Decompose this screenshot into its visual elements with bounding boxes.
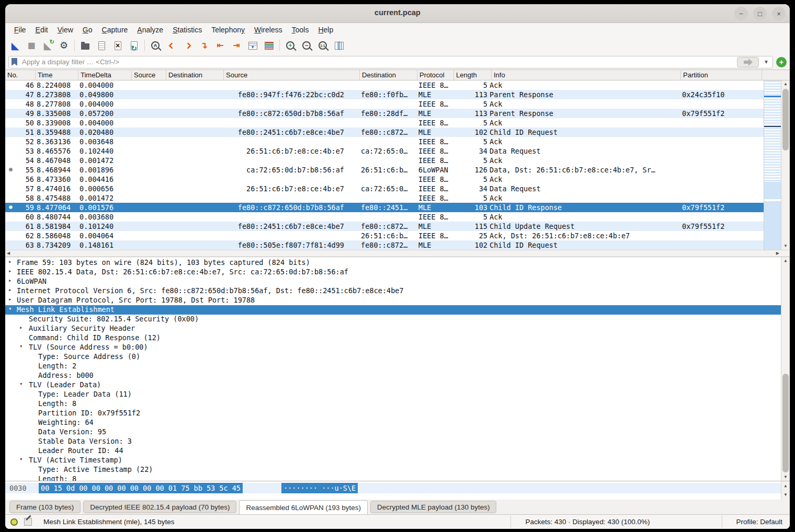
- detail-tree-row[interactable]: Partition ID: 0x79f551f2: [5, 409, 781, 418]
- packet-row[interactable]: 538.4655760.10244026:51:c6:b7:e8:ce:4b:e…: [5, 146, 764, 156]
- filter-dropdown-caret[interactable]: ▼: [764, 59, 769, 65]
- detail-tree-row[interactable]: Security Suite: 802.15.4 Security (0x00): [5, 315, 781, 324]
- detail-tree-row[interactable]: Leader Router ID: 44: [5, 446, 781, 456]
- menu-wireless[interactable]: Wireless: [249, 25, 287, 35]
- packet-row[interactable]: 598.4770640.001576fe80::c872:650d:b7b8:5…: [5, 203, 764, 212]
- scroll-down-icon[interactable]: ▼: [781, 491, 790, 499]
- packet-row[interactable]: 468.2240080.004000IEEE 8…5Ack: [5, 80, 764, 90]
- column-header-dst2[interactable]: Destination: [360, 70, 417, 80]
- byte-tab[interactable]: Decrypted IEEE 802.15.4 payload (70 byte…: [83, 501, 236, 513]
- packet-row[interactable]: 498.3350080.057200fe80::c872:650d:b7b8:5…: [5, 109, 764, 118]
- collapse-icon[interactable]: ▾: [19, 456, 23, 462]
- reload-file-button[interactable]: ↻: [126, 39, 142, 53]
- details-scrollbar[interactable]: ▲ ▼: [781, 257, 790, 481]
- detail-tree-row[interactable]: ▾TLV (Source Address = b0:00): [5, 343, 781, 352]
- collapse-icon[interactable]: ▾: [19, 343, 23, 350]
- capture-options-button[interactable]: ⚙: [56, 39, 72, 53]
- stop-capture-button[interactable]: ■: [24, 39, 39, 53]
- byte-tab[interactable]: Decrypted MLE payload (130 bytes): [370, 501, 496, 513]
- scroll-left-icon[interactable]: ◀: [7, 251, 10, 256]
- save-file-button[interactable]: [94, 39, 109, 53]
- expand-icon[interactable]: ▸: [8, 258, 12, 265]
- hex-scrollbar[interactable]: ▲ ▼: [781, 481, 790, 500]
- go-back-button[interactable]: [164, 39, 179, 53]
- resize-columns-button[interactable]: [331, 39, 347, 53]
- column-header-time[interactable]: Time: [36, 70, 78, 80]
- packet-list-hscrollbar[interactable]: ◀ ▶: [5, 250, 790, 257]
- expand-icon[interactable]: ▸: [19, 324, 23, 331]
- capture-comment-icon[interactable]: [24, 518, 32, 526]
- menu-file[interactable]: File: [9, 25, 31, 35]
- detail-tree-row[interactable]: Address: b000: [5, 371, 781, 380]
- menu-analyze[interactable]: Analyze: [132, 25, 168, 35]
- detail-tree-row[interactable]: ▸Frame 59: 103 bytes on wire (824 bits),…: [5, 258, 781, 268]
- collapse-icon[interactable]: ▾: [8, 305, 12, 312]
- menu-tools[interactable]: Tools: [287, 25, 314, 35]
- detail-tree-row[interactable]: ▸IEEE 802.15.4 Data, Dst: 26:51:c6:b7:e8…: [5, 268, 781, 277]
- find-packet-button[interactable]: A: [147, 39, 163, 53]
- start-capture-button[interactable]: ◣: [7, 39, 23, 53]
- hex-dump-pane[interactable]: 0030 00 15 0d 00 00 00 00 00 00 00 01 75…: [5, 481, 790, 500]
- go-last-packet-button[interactable]: ⇥: [229, 39, 244, 53]
- menu-view[interactable]: View: [53, 25, 78, 35]
- scroll-up-icon[interactable]: ▲: [781, 257, 790, 264]
- column-header-proto[interactable]: Protocol: [417, 70, 454, 80]
- detail-tree-row[interactable]: Type: Source Address (0): [5, 352, 781, 362]
- packet-row[interactable]: 488.2778080.004000IEEE 8…5Ack: [5, 99, 764, 109]
- close-file-button[interactable]: ×: [110, 39, 126, 53]
- close-button[interactable]: ×: [772, 7, 786, 20]
- menu-statistics[interactable]: Statistics: [168, 25, 207, 35]
- hex-ascii-selected[interactable]: ········ ···u·S\E: [281, 483, 358, 493]
- hex-row[interactable]: 0030 00 15 0d 00 00 00 00 00 00 00 01 75…: [5, 483, 781, 493]
- packet-row[interactable]: 508.3390080.004000IEEE 8…5Ack: [5, 118, 764, 128]
- title-bar[interactable]: current.pcap −□×: [5, 4, 790, 23]
- hex-bytes-selected[interactable]: 00 15 0d 00 00 00 00 00 00 00 01 75 bb 5…: [39, 483, 243, 493]
- packet-row[interactable]: 618.5819840.101240fe80::2451:c6b7:e8ce:4…: [5, 222, 764, 231]
- column-header-no[interactable]: No.: [5, 70, 36, 80]
- packet-row[interactable]: 608.4807440.003680IEEE 8…5Ack: [5, 212, 764, 222]
- zoom-reset-button[interactable]: 1:1: [315, 39, 331, 53]
- detail-tree-row[interactable]: ▾TLV (Leader Data): [5, 380, 781, 390]
- packet-row[interactable]: 588.4754880.001472IEEE 8…5Ack: [5, 193, 764, 203]
- auto-scroll-button[interactable]: [245, 39, 260, 53]
- detail-tree-row[interactable]: ▸User Datagram Protocol, Src Port: 19788…: [5, 296, 781, 305]
- menu-telephony[interactable]: Telephony: [207, 25, 249, 35]
- menu-edit[interactable]: Edit: [31, 25, 53, 35]
- go-first-packet-button[interactable]: ⇤: [212, 39, 228, 53]
- column-header-src1[interactable]: Source: [132, 70, 166, 80]
- detail-tree-row[interactable]: Length: 8: [5, 475, 781, 481]
- detail-tree-row[interactable]: ▸Auxiliary Security Header: [5, 324, 781, 333]
- packet-row[interactable]: 638.7342090.148161fe80::505e:f807:7f81:4…: [5, 240, 764, 250]
- filter-bookmark-icon[interactable]: [12, 58, 17, 66]
- column-header-dst1[interactable]: Destination: [166, 70, 224, 80]
- detail-tree-row[interactable]: Length: 2: [5, 362, 781, 371]
- packet-row[interactable]: 518.3594880.020480fe80::2451:c6b7:e8ce:4…: [5, 128, 764, 137]
- packet-row[interactable]: 578.4740160.00065626:51:c6:b7:e8:ce:4b:e…: [5, 184, 764, 193]
- minimize-button[interactable]: −: [734, 7, 748, 20]
- column-header-src2[interactable]: Source: [224, 70, 360, 80]
- byte-tab[interactable]: Frame (103 bytes): [9, 501, 81, 513]
- zoom-out-button[interactable]: −: [299, 39, 314, 53]
- packet-list-minimap[interactable]: [764, 80, 781, 250]
- detail-tree-row[interactable]: Type: Active Timestamp (22): [5, 465, 781, 475]
- column-header-delta[interactable]: TimeDelta: [78, 70, 132, 80]
- display-filter-field[interactable]: ▼: [8, 56, 773, 68]
- packet-row[interactable]: 628.5860480.00406426:51:c6:b…IEEE 8…25Ac…: [5, 231, 764, 240]
- scroll-right-icon[interactable]: ▶: [776, 251, 779, 256]
- detail-tree-row[interactable]: ▸Internet Protocol Version 6, Src: fe80:…: [5, 286, 781, 296]
- maximize-button[interactable]: □: [753, 7, 767, 20]
- scroll-down-icon[interactable]: ▼: [781, 242, 790, 250]
- restart-capture-button[interactable]: ◣↻: [40, 39, 55, 53]
- profile-label[interactable]: Profile: Default: [722, 516, 782, 528]
- detail-tree-row[interactable]: Stable Data Version: 3: [5, 437, 781, 446]
- detail-tree-row[interactable]: Length: 8: [5, 399, 781, 409]
- packet-row[interactable]: 568.4733600.004416IEEE 8…5Ack: [5, 175, 764, 184]
- menu-capture[interactable]: Capture: [97, 25, 133, 35]
- packet-list-scrollbar[interactable]: ▲ ▼: [781, 80, 790, 250]
- expert-info-button[interactable]: [10, 518, 18, 526]
- menu-go[interactable]: Go: [78, 25, 97, 35]
- detail-tree-row[interactable]: ▾Mesh Link Establishment: [5, 305, 781, 315]
- expand-icon[interactable]: ▸: [8, 268, 12, 274]
- packet-row[interactable]: 478.2738080.049800fe80::947f:f476:22bc:c…: [5, 90, 764, 99]
- detail-tree-row[interactable]: Weighting: 64: [5, 418, 781, 427]
